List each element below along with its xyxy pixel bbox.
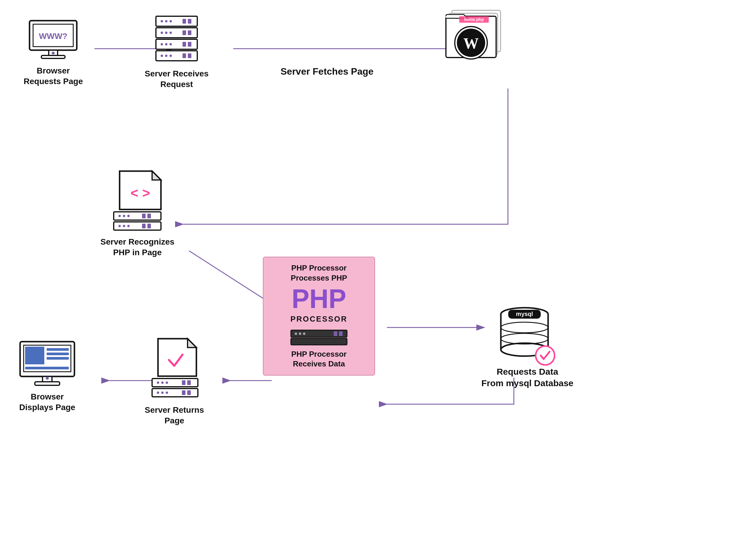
svg-rect-18 — [183, 19, 186, 24]
svg-rect-57 — [142, 224, 145, 228]
svg-rect-63 — [334, 331, 337, 336]
browser-request-node: WWW? Browser Requests Page — [24, 18, 83, 87]
svg-point-83 — [157, 392, 159, 394]
svg-text:WWW?: WWW? — [39, 31, 67, 41]
svg-point-60 — [295, 332, 297, 335]
svg-text:W: W — [463, 35, 479, 52]
svg-rect-87 — [187, 390, 191, 395]
svg-point-77 — [157, 382, 159, 384]
folder-wp-icon: home.php W — [443, 6, 508, 65]
processor-text: PROCESSOR — [272, 314, 365, 324]
svg-text:< >: < > — [130, 185, 150, 200]
svg-point-35 — [170, 54, 172, 57]
svg-line-6 — [189, 251, 272, 304]
svg-rect-90 — [25, 347, 44, 364]
svg-rect-86 — [182, 390, 186, 395]
server-fetches-label-node: Server Fetches Page — [281, 62, 373, 78]
svg-point-85 — [166, 392, 168, 394]
svg-point-27 — [160, 43, 163, 45]
svg-rect-52 — [147, 214, 151, 218]
browser-request-icon: WWW? — [26, 18, 80, 62]
svg-text:mysql: mysql — [516, 311, 533, 317]
server-receives-node: Server Receives Request — [145, 15, 209, 90]
server-recognizes-label: Server Recognizes PHP in Page — [100, 237, 175, 258]
svg-point-17 — [170, 20, 172, 22]
svg-point-29 — [170, 43, 172, 45]
svg-point-75 — [536, 346, 555, 365]
svg-rect-51 — [142, 214, 145, 218]
svg-point-33 — [160, 54, 163, 57]
svg-point-97 — [46, 377, 49, 380]
browser-request-label: Browser Requests Page — [24, 65, 83, 87]
svg-point-84 — [161, 392, 164, 394]
php-processor-server-mini — [290, 329, 348, 346]
svg-rect-12 — [41, 55, 65, 58]
svg-point-50 — [127, 215, 130, 217]
svg-rect-91 — [47, 348, 69, 351]
browser-displays-node: Browser Displays Page — [18, 339, 77, 413]
svg-rect-94 — [25, 367, 69, 369]
server-returns-icon — [145, 336, 204, 401]
mysql-db-label: Requests Data From mysql Database — [481, 366, 573, 389]
svg-rect-19 — [188, 19, 191, 24]
svg-rect-37 — [188, 53, 191, 58]
svg-text:home.php: home.php — [464, 17, 484, 22]
svg-rect-31 — [188, 42, 191, 47]
svg-rect-58 — [147, 224, 151, 228]
php-text: PHP — [272, 286, 365, 312]
svg-point-34 — [165, 54, 168, 57]
svg-point-21 — [160, 31, 163, 34]
svg-point-49 — [123, 215, 125, 217]
svg-point-55 — [123, 225, 125, 227]
svg-rect-64 — [339, 331, 343, 336]
svg-rect-30 — [183, 42, 186, 47]
svg-point-56 — [127, 225, 130, 227]
svg-point-22 — [165, 31, 168, 34]
server-recognizes-node: < > Server Recognizes PHP in Page — [100, 168, 175, 258]
server-fetches-label: Server Fetches Page — [281, 65, 373, 78]
svg-point-62 — [303, 332, 305, 335]
svg-rect-65 — [291, 338, 347, 345]
php-processor-box: PHP Processor Processes PHP PHP PROCESSO… — [263, 257, 375, 376]
svg-point-79 — [166, 382, 168, 384]
svg-rect-92 — [47, 353, 69, 355]
folder-wp-node: home.php W — [443, 6, 508, 65]
svg-point-23 — [170, 31, 172, 34]
svg-point-78 — [161, 382, 164, 384]
svg-point-13 — [52, 52, 55, 54]
svg-point-61 — [299, 332, 301, 335]
php-processor-bottom-label: PHP Processor Receives Data — [272, 349, 365, 369]
svg-rect-81 — [187, 380, 191, 385]
svg-rect-36 — [183, 53, 186, 58]
server-receives-icon — [150, 15, 203, 65]
svg-rect-25 — [188, 30, 191, 35]
php-processor-node: PHP Processor Processes PHP PHP PROCESSO… — [263, 257, 375, 376]
svg-rect-80 — [182, 380, 186, 385]
svg-point-54 — [118, 225, 121, 227]
server-returns-label: Server Returns Page — [145, 405, 204, 426]
server-recognizes-icon: < > — [105, 168, 170, 233]
svg-point-16 — [165, 20, 168, 22]
svg-point-48 — [118, 215, 121, 217]
browser-displays-icon — [18, 339, 77, 388]
mysql-db-node: mysql Requests Data From mysql Database — [481, 301, 573, 389]
browser-displays-label: Browser Displays Page — [19, 392, 75, 413]
server-receives-label: Server Receives Request — [145, 68, 209, 90]
svg-rect-96 — [35, 382, 60, 385]
svg-point-28 — [165, 43, 168, 45]
mysql-db-icon: mysql — [495, 301, 560, 366]
svg-rect-93 — [47, 357, 69, 360]
php-processor-top-label: PHP Processor Processes PHP — [272, 263, 365, 283]
server-returns-node: Server Returns Page — [145, 336, 204, 426]
svg-point-15 — [160, 20, 163, 22]
svg-rect-24 — [183, 30, 186, 35]
